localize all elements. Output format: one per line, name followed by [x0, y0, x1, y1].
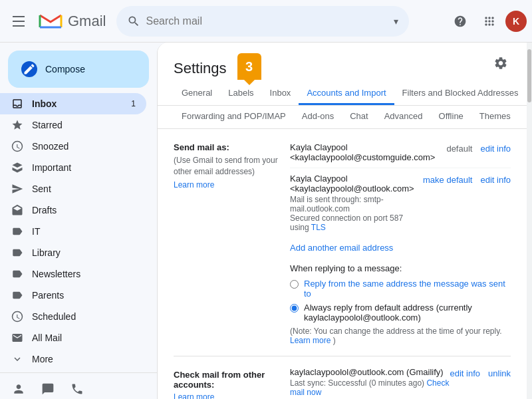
compose-button[interactable]: Compose — [8, 51, 149, 88]
sidebar-inbox-label: Inbox — [32, 98, 57, 109]
logo: Gmail — [37, 11, 106, 31]
account-2-actions: make default edit info — [423, 174, 511, 185]
add-email-link[interactable]: Add another email address — [290, 243, 511, 253]
sidebar-scheduled-label: Scheduled — [32, 311, 76, 322]
account-2-email: <kaylaclaypoolol@outlook.com> — [290, 184, 423, 194]
tab-general[interactable]: General — [174, 82, 220, 105]
sidebar-item-inbox[interactable]: Inbox 1 — [0, 93, 146, 114]
check-account-sync: Last sync: Successful (0 minutes ago) Ch… — [290, 378, 450, 397]
search-dropdown-icon[interactable]: ▾ — [394, 16, 398, 27]
send-mail-label: Send mail as: — [174, 142, 290, 152]
tab-offline[interactable]: Offline — [431, 106, 471, 128]
account-2-header: Kayla Claypool <kaylaclaypoolol@outlook.… — [290, 174, 511, 232]
check-mail-learn-more[interactable]: Learn more — [174, 392, 290, 399]
scrollbar-track[interactable] — [527, 43, 532, 399]
sidebar-item-drafts[interactable]: Drafts — [0, 200, 146, 221]
header: Gmail ▾ K — [0, 0, 532, 43]
account-row-2: Kayla Claypool <kaylaclaypoolol@outlook.… — [290, 168, 511, 237]
contacts-icon[interactable] — [11, 381, 27, 397]
account-1-info: Kayla Claypool <kaylaclaypoolol@customgu… — [290, 142, 435, 162]
send-mail-label-area: Send mail as: (Use Gmail to send from yo… — [174, 140, 290, 345]
account-row-1: Kayla Claypool <kaylaclaypoolol@customgu… — [290, 140, 511, 168]
search-input[interactable] — [146, 15, 388, 27]
inbox-icon — [11, 97, 24, 110]
check-account-unlink-link[interactable]: unlink — [488, 368, 511, 378]
tab-filters[interactable]: Filters and Blocked Addresses — [394, 82, 527, 105]
reply-same-radio[interactable] — [290, 280, 299, 289]
reply-same-label[interactable]: Reply from the same address the message … — [304, 279, 511, 299]
account-2-detail3-area: using TLS — [290, 223, 423, 232]
newsletters-icon — [11, 267, 24, 281]
account-2-info: Kayla Claypool <kaylaclaypoolol@outlook.… — [290, 174, 423, 232]
sidebar-allmail-label: All Mail — [32, 332, 62, 343]
sidebar-it-label: IT — [32, 226, 40, 237]
reply-default-radio[interactable] — [290, 304, 299, 313]
sidebar-item-it[interactable]: IT — [0, 221, 146, 242]
sidebar-item-library[interactable]: Library — [0, 242, 146, 263]
svg-rect-0 — [13, 16, 25, 17]
sent-icon — [11, 182, 24, 196]
tab-chat[interactable]: Chat — [342, 106, 376, 128]
sidebar-library-label: Library — [32, 247, 61, 258]
account-2-name: Kayla Claypool — [290, 174, 423, 184]
avatar[interactable]: K — [505, 11, 527, 32]
tab-forwarding[interactable]: Forwarding and POP/IMAP — [174, 106, 294, 128]
sidebar-item-important[interactable]: Important — [0, 157, 146, 178]
account-1-edit-link[interactable]: edit info — [480, 144, 511, 154]
compose-plus-icon — [21, 61, 37, 77]
sidebar-item-scheduled[interactable]: Scheduled — [0, 306, 146, 327]
tab-themes[interactable]: Themes — [471, 106, 519, 128]
tab-accounts[interactable]: Accounts and Import — [299, 82, 394, 105]
compose-label: Compose — [45, 64, 85, 74]
account-1-actions: default edit info — [446, 142, 511, 154]
send-mail-learn-more[interactable]: Learn more — [174, 180, 290, 190]
account-2-tls-link[interactable]: TLS — [311, 223, 326, 232]
tab-advanced[interactable]: Advanced — [376, 106, 431, 128]
sidebar-item-allmail[interactable]: All Mail — [0, 327, 146, 348]
reply-default-label[interactable]: Always reply from default address (curre… — [304, 303, 511, 323]
sync-status-text: Last sync: Successful (0 minutes ago) — [290, 378, 424, 388]
tab-labels[interactable]: Labels — [220, 82, 261, 105]
account-2-edit-link[interactable]: edit info — [480, 175, 511, 185]
reply-learn-more-link[interactable]: Learn more — [290, 336, 331, 345]
account-2-detail1: Mail is sent through: smtp-mail.outlook.… — [290, 195, 423, 213]
search-icon — [127, 15, 140, 28]
sidebar-more-label: More — [32, 354, 53, 364]
header-right: K — [447, 8, 527, 35]
sidebar-item-newsletters[interactable]: Newsletters — [0, 263, 146, 285]
sidebar-footer — [0, 372, 157, 399]
starred-icon — [11, 118, 24, 132]
menu-icon[interactable] — [5, 8, 32, 35]
sidebar: Compose Inbox 1 Starred Snoozed — [0, 43, 157, 399]
help-button[interactable] — [447, 8, 473, 35]
account-2-detail2: Secured connection on port 587 — [290, 213, 423, 223]
tab-inbox[interactable]: Inbox — [262, 82, 299, 105]
sidebar-important-label: Important — [32, 162, 71, 173]
phone-icon[interactable] — [69, 381, 85, 397]
tab-addons[interactable]: Add-ons — [294, 106, 342, 128]
svg-rect-2 — [13, 25, 25, 27]
svg-rect-1 — [13, 21, 25, 22]
account-1-email: <kaylaclaypoolol@customguide.com> — [290, 152, 435, 162]
account-2-make-default-link[interactable]: make default — [423, 175, 472, 185]
allmail-icon — [11, 331, 24, 344]
settings-content: Send mail as: (Use Gmail to send from yo… — [158, 129, 527, 399]
settings-gear-button[interactable] — [491, 53, 511, 77]
apps-button[interactable] — [476, 8, 503, 35]
sidebar-item-starred[interactable]: Starred — [0, 114, 146, 136]
check-account-edit-link[interactable]: edit info — [450, 368, 480, 378]
sidebar-sent-label: Sent — [32, 184, 51, 194]
step-badge: 3 — [237, 53, 261, 80]
sidebar-item-snoozed[interactable]: Snoozed — [0, 136, 146, 157]
search-bar[interactable]: ▾ — [116, 6, 409, 37]
main-layout: Compose Inbox 1 Starred Snoozed — [0, 43, 532, 399]
settings-tabs-row2: Forwarding and POP/IMAP Add-ons Chat Adv… — [158, 106, 527, 129]
sidebar-item-more[interactable]: More — [0, 348, 146, 370]
chat-icon[interactable] — [40, 381, 56, 397]
gmail-logo-text: Gmail — [68, 13, 106, 30]
sidebar-item-parents[interactable]: Parents — [0, 285, 146, 306]
check-mail-label: Check mail from other accounts: — [174, 370, 290, 390]
sidebar-item-sent[interactable]: Sent — [0, 178, 146, 200]
sidebar-snoozed-label: Snoozed — [32, 141, 68, 152]
scrollbar-thumb[interactable] — [527, 49, 531, 102]
